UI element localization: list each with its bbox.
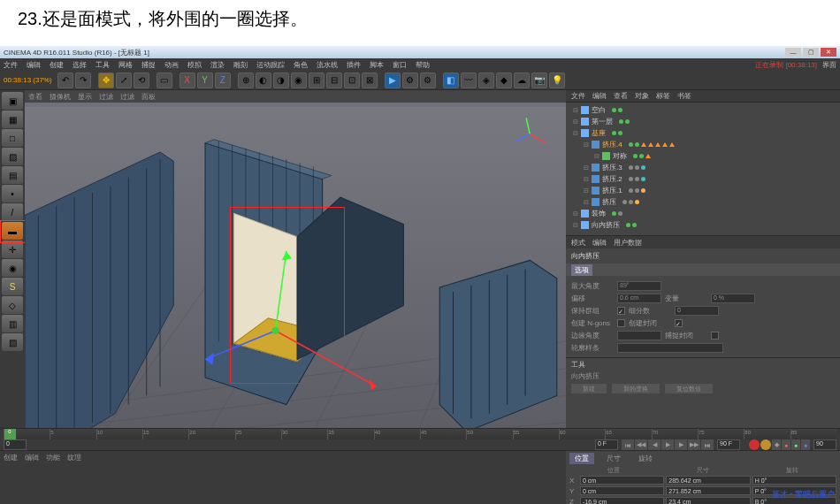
layout-dropdown[interactable]: 界面: [822, 60, 836, 70]
menu-item[interactable]: 文件: [4, 60, 18, 70]
menu-item[interactable]: 角色: [294, 60, 308, 70]
reset-values-button[interactable]: 复位数值: [665, 384, 713, 393]
planar-workplane-button[interactable]: ▧: [2, 333, 23, 351]
spline-button[interactable]: 〰: [461, 73, 477, 88]
materials-menu[interactable]: 创建: [4, 453, 18, 462]
deformer-button[interactable]: ◆: [496, 73, 512, 88]
pos-field[interactable]: 0 cm: [580, 476, 664, 485]
axis-button[interactable]: ✛: [2, 241, 23, 258]
menu-item[interactable]: 插件: [347, 60, 361, 70]
menu-item[interactable]: 帮助: [416, 60, 430, 70]
object-mode-button[interactable]: □: [2, 129, 23, 147]
tree-row[interactable]: ⊟挤压.1: [569, 185, 836, 196]
object-tree[interactable]: ⊟空白⊟第一层⊟基座⊟挤压.4⊟对称⊟挤压.3⊟挤压.2⊟挤压.1⊟挤压⊟装饰⊟…: [566, 103, 840, 235]
generator-button[interactable]: ◈: [478, 73, 494, 88]
toggle-button[interactable]: ⊞: [309, 73, 325, 88]
total-frames-field[interactable]: 90: [813, 439, 836, 450]
toggle-button[interactable]: ◑: [273, 73, 289, 88]
menu-item[interactable]: 动画: [164, 60, 179, 70]
size-field[interactable]: 23.4 cm: [666, 497, 750, 504]
menu-item[interactable]: 窗口: [393, 60, 407, 70]
menu-item[interactable]: 脚本: [370, 60, 384, 70]
materials-menu[interactable]: 功能: [46, 453, 60, 462]
toggle-button[interactable]: ◉: [291, 73, 307, 88]
next-frame-button[interactable]: ▶: [675, 439, 687, 450]
current-frame-field[interactable]: 0 F: [595, 439, 618, 450]
attr-tab[interactable]: 选项: [571, 264, 592, 276]
minimize-button[interactable]: —: [785, 48, 801, 57]
tree-row[interactable]: ⊟装饰: [569, 208, 836, 219]
variation-field[interactable]: 0 %: [711, 294, 755, 303]
close-button[interactable]: ✕: [821, 48, 836, 57]
menu-item[interactable]: 网格: [118, 60, 133, 70]
render-settings-button[interactable]: ⚙: [420, 73, 436, 88]
coord-tab[interactable]: 尺寸: [601, 453, 626, 464]
snap-toggle-button[interactable]: ◇: [2, 296, 23, 314]
render-settings-button[interactable]: ⚙: [402, 73, 418, 88]
toggle-button[interactable]: ⊟: [326, 73, 342, 88]
new-button[interactable]: 新建: [571, 384, 607, 393]
prev-frame-button[interactable]: ◀: [648, 439, 661, 450]
attr-menu[interactable]: 编辑: [592, 238, 607, 248]
polygon-mode-button[interactable]: ▬: [2, 222, 23, 240]
subdiv-field[interactable]: 0: [675, 306, 719, 316]
start-frame-field[interactable]: 0: [4, 439, 27, 450]
pos-field[interactable]: 0 cm: [580, 486, 664, 495]
tree-row[interactable]: ⊟空白: [569, 104, 836, 116]
undo-button[interactable]: ↶: [57, 73, 73, 88]
size-field[interactable]: 271.852 cm: [666, 486, 750, 495]
attr-menu[interactable]: 模式: [571, 238, 585, 248]
render-button[interactable]: ▶: [385, 73, 401, 88]
panel-menu[interactable]: 编辑: [592, 91, 607, 101]
maximize-button[interactable]: ▢: [803, 48, 819, 57]
view-menu[interactable]: 显示: [78, 92, 92, 102]
goto-end-button[interactable]: ⏭: [701, 439, 714, 450]
rotate-tool-button[interactable]: ⟲: [134, 73, 149, 88]
edge-split-checkbox[interactable]: [675, 319, 683, 327]
preserve-checkbox[interactable]: [617, 307, 625, 315]
toggle-button[interactable]: ◐: [256, 73, 271, 88]
timeline[interactable]: 0 051015202530354045505560657075808590: [0, 428, 840, 439]
tweak-button[interactable]: ◉: [2, 259, 23, 277]
camera-button[interactable]: 📷: [531, 73, 547, 88]
move-tool-button[interactable]: ✥: [98, 73, 114, 88]
view-menu[interactable]: 摄像机: [50, 92, 71, 102]
edge-mode-button[interactable]: /: [2, 203, 23, 221]
menu-item[interactable]: 创建: [50, 60, 64, 70]
view-menu[interactable]: 面板: [141, 92, 156, 102]
record-button[interactable]: [749, 439, 760, 450]
menu-item[interactable]: 编辑: [27, 60, 41, 70]
tree-row[interactable]: ⊟第一层: [569, 116, 836, 127]
timeline-ruler[interactable]: 0 051015202530354045505560657075808590: [4, 429, 836, 439]
menu-item[interactable]: 选择: [73, 60, 87, 70]
pos-field[interactable]: -16.9 cm: [580, 497, 664, 504]
cube-primitive-button[interactable]: ◧: [443, 73, 459, 88]
attr-menu[interactable]: 用户数据: [614, 238, 642, 248]
key-s-button[interactable]: ●: [791, 439, 800, 450]
locked-workplane-button[interactable]: ▥: [2, 315, 23, 332]
viewport-solo-button[interactable]: S: [2, 278, 23, 295]
menu-item[interactable]: 运动跟踪: [256, 60, 285, 70]
coord-system-button[interactable]: ⊕: [238, 73, 254, 88]
spline-field[interactable]: [617, 343, 723, 353]
play-button[interactable]: ▶: [661, 439, 674, 450]
offset-field[interactable]: 0.6 cm: [617, 294, 661, 303]
coord-tab[interactable]: 旋转: [633, 453, 658, 464]
size-field[interactable]: 285.642 cm: [666, 476, 750, 485]
key-psr-button[interactable]: ◆: [772, 439, 781, 450]
environment-button[interactable]: ☁: [514, 73, 530, 88]
ngon-checkbox[interactable]: [617, 319, 625, 327]
axis-x-button[interactable]: X: [179, 73, 195, 88]
autokey-button[interactable]: [760, 439, 771, 450]
panel-menu[interactable]: 标签: [656, 91, 670, 101]
tree-row[interactable]: ⊟对称: [569, 150, 836, 162]
goto-start-button[interactable]: ⏮: [622, 439, 634, 450]
view-menu[interactable]: 过滤: [120, 92, 134, 102]
key-r-button[interactable]: ●: [801, 439, 810, 450]
menu-item[interactable]: 模拟: [187, 60, 202, 70]
prev-key-button[interactable]: ◀◀: [635, 439, 647, 450]
model-mode-button[interactable]: ▦: [2, 111, 23, 128]
new-transform-button[interactable]: 新的变换: [612, 384, 660, 393]
menu-item[interactable]: 工具: [95, 60, 110, 70]
edge-angle-field[interactable]: [617, 331, 661, 340]
